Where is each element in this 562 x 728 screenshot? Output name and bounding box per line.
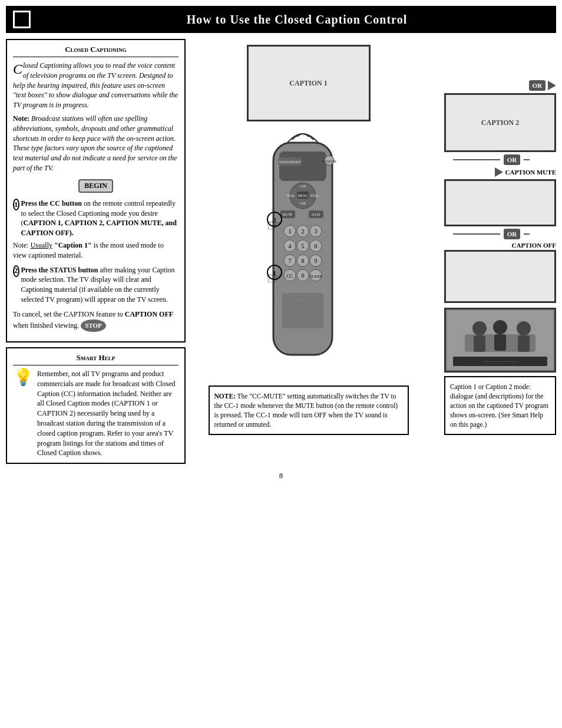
svg-text:4: 4: [288, 243, 291, 249]
remote-wrapper: POWER STATUS/EXIT CH CH VOL VOL: [250, 125, 368, 381]
svg-text:CH: CH: [300, 201, 306, 206]
svg-text:7: 7: [288, 258, 291, 264]
svg-text:0: 0: [301, 272, 304, 279]
caption1-screen-area: CAPTION 1: [247, 39, 371, 121]
svg-text:SLEEP: SLEEP: [309, 274, 322, 279]
or-line-3b: [524, 233, 530, 235]
step2-text: Press the STATUS button after making you…: [21, 265, 179, 305]
svg-point-55: [493, 320, 507, 334]
stop-button: STOP: [81, 319, 106, 332]
svg-text:VOL: VOL: [310, 193, 318, 198]
center-right-wrapper: CAPTION 1: [190, 39, 556, 435]
caption-mute-screen: [444, 179, 556, 226]
svg-text:2: 2: [301, 228, 304, 235]
step1-text: Press the CC button on the remote contro…: [21, 199, 179, 238]
svg-text:· · · · · · · ·: · · · · · · · ·: [297, 317, 308, 320]
svg-text:5: 5: [301, 243, 304, 249]
or-caption2-row: OR: [529, 80, 557, 91]
caption-mute-arrow-row: CAPTION MUTE: [495, 167, 556, 177]
or-line-2b: [524, 159, 530, 160]
caption-off-arrow-label: CAPTION OFF: [512, 242, 556, 249]
step1-note: Note: Usually "Caption 1" is the most us…: [13, 241, 178, 261]
remote-area: CAPTION 1: [190, 39, 427, 435]
svg-text:CC: CC: [286, 274, 293, 279]
svg-text:3: 3: [314, 228, 317, 235]
caption-desc-box: Caption 1 or Caption 2 mode: dialogue (a…: [444, 376, 556, 435]
page-number: 8: [6, 471, 556, 480]
or-badge-3: OR: [504, 229, 521, 239]
caption2-screen: CAPTION 2: [444, 93, 556, 152]
caption-image-screen: · · · · · · · · · · · · · · · · ·: [444, 308, 556, 373]
caption-mute-arrow-label: CAPTION MUTE: [505, 169, 556, 176]
svg-text:POWER: POWER: [322, 159, 336, 164]
caption1-label: CAPTION 1: [289, 79, 327, 88]
svg-text:A/CH: A/CH: [311, 213, 320, 216]
svg-text:6: 6: [314, 243, 317, 249]
cc-box-title: Closed Captioning: [13, 45, 178, 57]
note-box: NOTE: The "CC-MUTE" setting automaticall…: [209, 386, 409, 435]
bulb-icon: 💡: [13, 369, 34, 458]
arrow-to-caption2: [548, 81, 556, 90]
caption-off-screen: [444, 250, 556, 303]
people-silhouette-svg: · · · · · · · · · · · · · · · · ·: [447, 311, 553, 370]
or-badge-2: OR: [504, 154, 521, 165]
svg-text:· · · · · · · · · · · · · · · : · · · · · · · · · · · · · · · · ·: [483, 360, 517, 364]
caption-desc-text: Caption 1 or Caption 2 mode: dialogue (a…: [450, 383, 548, 428]
cancel-text-block: To cancel, set the CAPTION feature to CA…: [13, 309, 178, 332]
begin-button: BEGIN: [78, 179, 113, 193]
or-badge-1: OR: [529, 80, 546, 91]
left-column: Closed Captioning C losed Captioning all…: [6, 39, 186, 464]
page-header: How to Use the Closed Caption Control: [6, 6, 556, 33]
svg-text:MUTE: MUTE: [282, 213, 292, 216]
arrow-to-mute: [495, 167, 503, 177]
step2-number: 2: [13, 265, 19, 277]
closed-captioning-box: Closed Captioning C losed Captioning all…: [6, 39, 186, 342]
or-row-3: OR: [427, 229, 556, 239]
smart-help-text: Remember, not all TV programs and produc…: [37, 369, 178, 458]
remote-control-svg: POWER STATUS/EXIT CH CH VOL VOL: [250, 125, 356, 378]
svg-text:VOL: VOL: [286, 193, 295, 198]
svg-text:MENU: MENU: [297, 194, 308, 197]
main-content: Closed Captioning C losed Captioning all…: [6, 39, 556, 464]
svg-text:9: 9: [314, 258, 317, 264]
drop-cap-c: C: [13, 62, 22, 76]
page-wrapper: How to Use the Closed Caption Control Cl…: [0, 0, 562, 728]
begin-button-wrapper: BEGIN: [13, 177, 178, 195]
smart-help-content: 💡 Remember, not all TV programs and prod…: [13, 369, 178, 458]
or-line-2: [453, 159, 500, 160]
svg-rect-1: [279, 151, 326, 181]
svg-point-57: [517, 321, 531, 335]
header-square-icon: [13, 11, 31, 28]
or-line-3: [453, 233, 500, 235]
svg-text:CH: CH: [300, 184, 306, 189]
cc-note-text: Note: Broadcast stations will often use …: [13, 114, 178, 173]
svg-text:· · · · · · · ·: · · · · · · · ·: [297, 308, 308, 311]
cc-intro-body: losed Captioning allows you to read the …: [13, 61, 178, 109]
smart-help-box: Smart Help 💡 Remember, not all TV progra…: [6, 347, 186, 464]
svg-rect-56: [494, 334, 506, 351]
step1-number: 1: [13, 199, 19, 210]
or-row-2: OR: [427, 154, 556, 165]
center-column: CAPTION 1: [190, 39, 556, 464]
svg-text:1: 1: [288, 228, 291, 235]
svg-rect-54: [474, 335, 485, 352]
svg-text:· · · · · · · ·: · · · · · · · ·: [297, 299, 308, 302]
caption2-label: CAPTION 2: [481, 118, 519, 127]
step1-header: 1 Press the CC button on the remote cont…: [13, 199, 178, 238]
step1-block: 1 Press the CC button on the remote cont…: [13, 199, 178, 261]
svg-text:1: 1: [273, 269, 276, 276]
svg-text:STATUS/EXIT: STATUS/EXIT: [279, 160, 300, 164]
step2-header: 2 Press the STATUS button after making y…: [13, 265, 178, 305]
step2-block: 2 Press the STATUS button after making y…: [13, 265, 178, 305]
right-screens-area: OR CAPTION 2 OR: [427, 39, 556, 435]
cc-intro-text: C losed Captioning allows you to read th…: [13, 61, 178, 110]
caption1-screen: CAPTION 1: [247, 45, 371, 121]
svg-point-53: [472, 321, 487, 335]
svg-text:2: 2: [273, 216, 276, 223]
svg-rect-58: [518, 335, 530, 352]
note-text: NOTE: The "CC-MUTE" setting automaticall…: [214, 393, 398, 428]
page-title: How to Use the Closed Caption Control: [38, 13, 556, 27]
smart-help-title: Smart Help: [13, 353, 178, 365]
svg-text:8: 8: [301, 258, 304, 264]
